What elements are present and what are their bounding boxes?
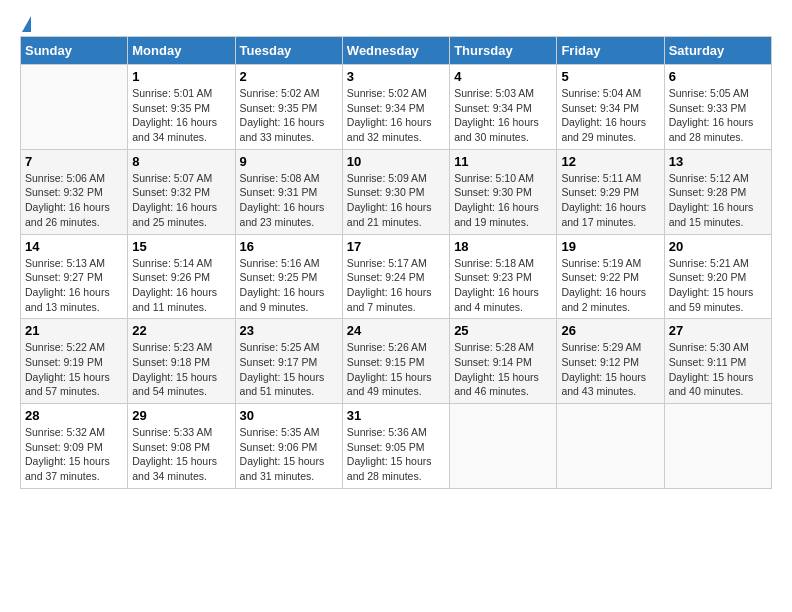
day-number: 24 <box>347 323 445 338</box>
day-info: Sunrise: 5:32 AM Sunset: 9:09 PM Dayligh… <box>25 425 123 484</box>
day-info: Sunrise: 5:25 AM Sunset: 9:17 PM Dayligh… <box>240 340 338 399</box>
day-number: 15 <box>132 239 230 254</box>
day-info: Sunrise: 5:11 AM Sunset: 9:29 PM Dayligh… <box>561 171 659 230</box>
day-info: Sunrise: 5:18 AM Sunset: 9:23 PM Dayligh… <box>454 256 552 315</box>
day-number: 11 <box>454 154 552 169</box>
day-info: Sunrise: 5:30 AM Sunset: 9:11 PM Dayligh… <box>669 340 767 399</box>
day-cell: 30Sunrise: 5:35 AM Sunset: 9:06 PM Dayli… <box>235 404 342 489</box>
day-cell: 6Sunrise: 5:05 AM Sunset: 9:33 PM Daylig… <box>664 65 771 150</box>
day-number: 2 <box>240 69 338 84</box>
column-header-saturday: Saturday <box>664 37 771 65</box>
day-cell: 27Sunrise: 5:30 AM Sunset: 9:11 PM Dayli… <box>664 319 771 404</box>
day-number: 17 <box>347 239 445 254</box>
week-row-4: 21Sunrise: 5:22 AM Sunset: 9:19 PM Dayli… <box>21 319 772 404</box>
day-cell: 25Sunrise: 5:28 AM Sunset: 9:14 PM Dayli… <box>450 319 557 404</box>
day-number: 26 <box>561 323 659 338</box>
logo-general <box>20 16 31 32</box>
day-info: Sunrise: 5:28 AM Sunset: 9:14 PM Dayligh… <box>454 340 552 399</box>
day-info: Sunrise: 5:09 AM Sunset: 9:30 PM Dayligh… <box>347 171 445 230</box>
day-number: 27 <box>669 323 767 338</box>
day-info: Sunrise: 5:10 AM Sunset: 9:30 PM Dayligh… <box>454 171 552 230</box>
day-info: Sunrise: 5:13 AM Sunset: 9:27 PM Dayligh… <box>25 256 123 315</box>
day-number: 6 <box>669 69 767 84</box>
day-cell: 10Sunrise: 5:09 AM Sunset: 9:30 PM Dayli… <box>342 149 449 234</box>
day-info: Sunrise: 5:19 AM Sunset: 9:22 PM Dayligh… <box>561 256 659 315</box>
day-info: Sunrise: 5:08 AM Sunset: 9:31 PM Dayligh… <box>240 171 338 230</box>
day-cell: 24Sunrise: 5:26 AM Sunset: 9:15 PM Dayli… <box>342 319 449 404</box>
day-cell: 16Sunrise: 5:16 AM Sunset: 9:25 PM Dayli… <box>235 234 342 319</box>
column-header-thursday: Thursday <box>450 37 557 65</box>
logo-triangle-icon <box>22 16 31 32</box>
day-number: 8 <box>132 154 230 169</box>
day-info: Sunrise: 5:07 AM Sunset: 9:32 PM Dayligh… <box>132 171 230 230</box>
day-cell: 19Sunrise: 5:19 AM Sunset: 9:22 PM Dayli… <box>557 234 664 319</box>
day-info: Sunrise: 5:35 AM Sunset: 9:06 PM Dayligh… <box>240 425 338 484</box>
day-info: Sunrise: 5:23 AM Sunset: 9:18 PM Dayligh… <box>132 340 230 399</box>
day-cell: 14Sunrise: 5:13 AM Sunset: 9:27 PM Dayli… <box>21 234 128 319</box>
day-info: Sunrise: 5:36 AM Sunset: 9:05 PM Dayligh… <box>347 425 445 484</box>
day-info: Sunrise: 5:26 AM Sunset: 9:15 PM Dayligh… <box>347 340 445 399</box>
day-cell: 5Sunrise: 5:04 AM Sunset: 9:34 PM Daylig… <box>557 65 664 150</box>
day-number: 19 <box>561 239 659 254</box>
day-info: Sunrise: 5:22 AM Sunset: 9:19 PM Dayligh… <box>25 340 123 399</box>
day-cell: 18Sunrise: 5:18 AM Sunset: 9:23 PM Dayli… <box>450 234 557 319</box>
day-number: 12 <box>561 154 659 169</box>
day-number: 20 <box>669 239 767 254</box>
day-cell: 29Sunrise: 5:33 AM Sunset: 9:08 PM Dayli… <box>128 404 235 489</box>
day-info: Sunrise: 5:04 AM Sunset: 9:34 PM Dayligh… <box>561 86 659 145</box>
column-header-monday: Monday <box>128 37 235 65</box>
day-cell: 17Sunrise: 5:17 AM Sunset: 9:24 PM Dayli… <box>342 234 449 319</box>
day-cell: 23Sunrise: 5:25 AM Sunset: 9:17 PM Dayli… <box>235 319 342 404</box>
day-info: Sunrise: 5:33 AM Sunset: 9:08 PM Dayligh… <box>132 425 230 484</box>
day-info: Sunrise: 5:21 AM Sunset: 9:20 PM Dayligh… <box>669 256 767 315</box>
day-cell: 12Sunrise: 5:11 AM Sunset: 9:29 PM Dayli… <box>557 149 664 234</box>
day-cell <box>557 404 664 489</box>
day-cell: 15Sunrise: 5:14 AM Sunset: 9:26 PM Dayli… <box>128 234 235 319</box>
day-cell <box>21 65 128 150</box>
day-info: Sunrise: 5:29 AM Sunset: 9:12 PM Dayligh… <box>561 340 659 399</box>
day-number: 4 <box>454 69 552 84</box>
day-info: Sunrise: 5:14 AM Sunset: 9:26 PM Dayligh… <box>132 256 230 315</box>
day-number: 7 <box>25 154 123 169</box>
day-info: Sunrise: 5:03 AM Sunset: 9:34 PM Dayligh… <box>454 86 552 145</box>
day-info: Sunrise: 5:02 AM Sunset: 9:34 PM Dayligh… <box>347 86 445 145</box>
day-info: Sunrise: 5:06 AM Sunset: 9:32 PM Dayligh… <box>25 171 123 230</box>
column-header-friday: Friday <box>557 37 664 65</box>
day-info: Sunrise: 5:02 AM Sunset: 9:35 PM Dayligh… <box>240 86 338 145</box>
day-cell: 21Sunrise: 5:22 AM Sunset: 9:19 PM Dayli… <box>21 319 128 404</box>
header-row: SundayMondayTuesdayWednesdayThursdayFrid… <box>21 37 772 65</box>
column-header-sunday: Sunday <box>21 37 128 65</box>
day-number: 29 <box>132 408 230 423</box>
day-number: 21 <box>25 323 123 338</box>
week-row-3: 14Sunrise: 5:13 AM Sunset: 9:27 PM Dayli… <box>21 234 772 319</box>
day-cell <box>664 404 771 489</box>
day-cell: 4Sunrise: 5:03 AM Sunset: 9:34 PM Daylig… <box>450 65 557 150</box>
day-info: Sunrise: 5:01 AM Sunset: 9:35 PM Dayligh… <box>132 86 230 145</box>
column-header-wednesday: Wednesday <box>342 37 449 65</box>
day-info: Sunrise: 5:12 AM Sunset: 9:28 PM Dayligh… <box>669 171 767 230</box>
day-number: 30 <box>240 408 338 423</box>
calendar-table: SundayMondayTuesdayWednesdayThursdayFrid… <box>20 36 772 489</box>
day-number: 1 <box>132 69 230 84</box>
day-number: 13 <box>669 154 767 169</box>
week-row-5: 28Sunrise: 5:32 AM Sunset: 9:09 PM Dayli… <box>21 404 772 489</box>
day-cell: 31Sunrise: 5:36 AM Sunset: 9:05 PM Dayli… <box>342 404 449 489</box>
day-number: 5 <box>561 69 659 84</box>
day-cell: 1Sunrise: 5:01 AM Sunset: 9:35 PM Daylig… <box>128 65 235 150</box>
day-cell: 13Sunrise: 5:12 AM Sunset: 9:28 PM Dayli… <box>664 149 771 234</box>
day-number: 9 <box>240 154 338 169</box>
day-cell: 26Sunrise: 5:29 AM Sunset: 9:12 PM Dayli… <box>557 319 664 404</box>
day-cell <box>450 404 557 489</box>
day-number: 31 <box>347 408 445 423</box>
day-cell: 2Sunrise: 5:02 AM Sunset: 9:35 PM Daylig… <box>235 65 342 150</box>
day-number: 18 <box>454 239 552 254</box>
day-info: Sunrise: 5:05 AM Sunset: 9:33 PM Dayligh… <box>669 86 767 145</box>
day-number: 3 <box>347 69 445 84</box>
day-cell: 28Sunrise: 5:32 AM Sunset: 9:09 PM Dayli… <box>21 404 128 489</box>
day-cell: 22Sunrise: 5:23 AM Sunset: 9:18 PM Dayli… <box>128 319 235 404</box>
day-cell: 7Sunrise: 5:06 AM Sunset: 9:32 PM Daylig… <box>21 149 128 234</box>
day-number: 14 <box>25 239 123 254</box>
day-cell: 20Sunrise: 5:21 AM Sunset: 9:20 PM Dayli… <box>664 234 771 319</box>
day-cell: 9Sunrise: 5:08 AM Sunset: 9:31 PM Daylig… <box>235 149 342 234</box>
day-info: Sunrise: 5:16 AM Sunset: 9:25 PM Dayligh… <box>240 256 338 315</box>
